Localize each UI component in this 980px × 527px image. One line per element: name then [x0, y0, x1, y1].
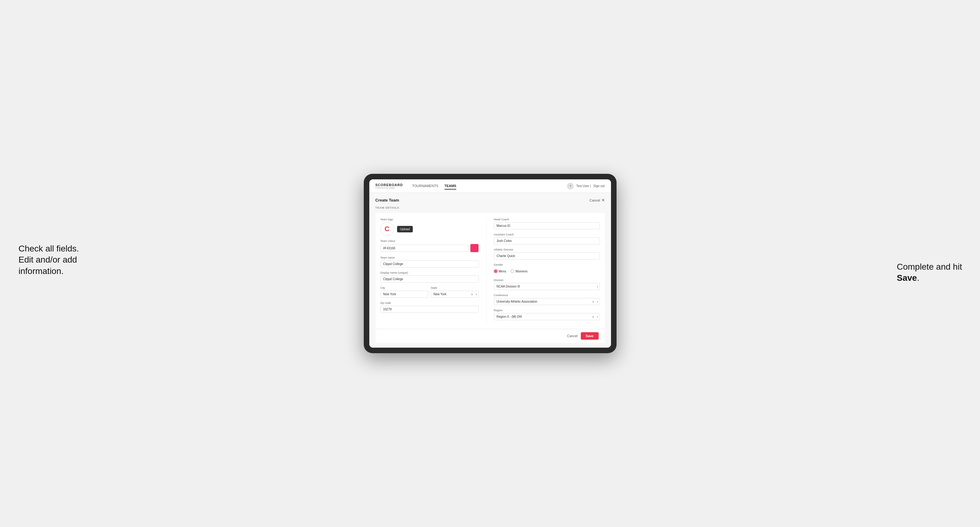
gender-mens-option[interactable]: Mens	[494, 269, 506, 273]
team-name-input[interactable]	[380, 260, 479, 268]
form-right: Head Coach Assistant Coach Athletic Dire…	[494, 218, 600, 324]
conference-select[interactable]: University Athletic Association	[494, 298, 600, 305]
form-footer: Cancel Save	[375, 329, 605, 343]
gender-radio-group: Mens Womens	[494, 268, 600, 275]
nav-logo: SCOREBOARD Powered by clippt	[375, 183, 403, 189]
nav-teams[interactable]: TEAMS	[444, 183, 457, 189]
team-name-label: Team name	[380, 256, 479, 259]
city-input[interactable]	[380, 290, 428, 298]
mens-label: Mens	[499, 270, 506, 273]
header-cancel-button[interactable]: Cancel ✕	[589, 198, 605, 203]
city-group: City	[380, 286, 428, 298]
upload-button[interactable]: Upload	[397, 226, 413, 232]
assistant-coach-label: Assistant Coach	[494, 233, 600, 236]
state-select-wrapper: New York ✕ ▾	[431, 290, 479, 298]
region-select[interactable]: Region II - (M) DIII	[494, 313, 600, 320]
tablet-frame: SCOREBOARD Powered by clippt TOURNAMENTS…	[364, 174, 617, 353]
form-left: Team logo C Upload Team colo	[380, 218, 487, 324]
footer-save-button[interactable]: Save	[581, 332, 599, 340]
state-clear-icon[interactable]: ✕	[471, 292, 473, 296]
team-logo-group: Team logo C Upload	[380, 218, 479, 236]
state-label: State	[431, 286, 479, 289]
mens-radio-dot[interactable]	[494, 269, 498, 273]
form-panel: Team logo C Upload Team colo	[375, 213, 605, 329]
team-logo-label: Team logo	[380, 218, 479, 221]
division-group: Division NCAA Division III ▾	[494, 279, 600, 290]
page-title: Create Team	[375, 198, 399, 203]
nav-right: T Test User | Sign out	[567, 183, 605, 189]
city-state-row: City State New York ✕	[380, 286, 479, 298]
left-instruction: Check all fields. Edit and/or add inform…	[19, 243, 86, 277]
display-name-label: Display name (unique)	[380, 271, 479, 274]
logo-circle: C	[380, 222, 394, 236]
display-name-input[interactable]	[380, 276, 479, 283]
right-instruction: Complete and hit Save.	[897, 261, 964, 284]
logo-area: C Upload	[380, 222, 479, 236]
head-coach-input[interactable]	[494, 222, 600, 229]
conference-clear-icon[interactable]: ✕	[592, 300, 594, 303]
region-label: Region	[494, 309, 600, 312]
section-header: TEAM DETAILS	[375, 206, 605, 209]
athletic-director-label: Athletic Director	[494, 248, 600, 251]
nav-links: TOURNAMENTS TEAMS	[412, 183, 567, 189]
form-grid: Team logo C Upload Team colo	[380, 218, 600, 324]
gender-label: Gender	[494, 263, 600, 266]
team-name-group: Team name	[380, 256, 479, 268]
zip-label: Zip code	[380, 302, 479, 305]
head-coach-label: Head Coach	[494, 218, 600, 221]
nav-tournaments[interactable]: TOURNAMENTS	[412, 183, 438, 189]
team-colour-label: Team colour	[380, 240, 479, 243]
zip-group: Zip code	[380, 302, 479, 313]
region-select-wrapper: Region II - (M) DIII ✕ ▾	[494, 313, 600, 320]
page-header: Create Team Cancel ✕	[375, 198, 605, 203]
gender-group: Gender Mens Womens	[494, 263, 600, 275]
display-name-group: Display name (unique)	[380, 271, 479, 283]
avatar: T	[567, 183, 574, 189]
head-coach-group: Head Coach	[494, 218, 600, 229]
athletic-director-input[interactable]	[494, 252, 600, 259]
state-group: State New York ✕ ▾	[431, 286, 479, 298]
cancel-x-icon: ✕	[601, 198, 605, 203]
region-group: Region Region II - (M) DIII ✕ ▾	[494, 309, 600, 320]
division-dropdown: NCAA Division III ▾	[494, 283, 600, 290]
assistant-coach-input[interactable]	[494, 237, 600, 244]
navbar: SCOREBOARD Powered by clippt TOURNAMENTS…	[369, 179, 611, 193]
region-clear-icon[interactable]: ✕	[592, 315, 594, 318]
athletic-director-group: Athletic Director	[494, 248, 600, 259]
conference-select-wrapper: University Athletic Association ✕ ▾	[494, 298, 600, 305]
footer-cancel-button[interactable]: Cancel	[567, 334, 578, 338]
gender-womens-option[interactable]: Womens	[511, 269, 527, 273]
assistant-coach-group: Assistant Coach	[494, 233, 600, 244]
conference-label: Conference	[494, 294, 600, 297]
color-swatch[interactable]	[470, 244, 479, 252]
womens-label: Womens	[515, 270, 527, 273]
city-label: City	[380, 286, 428, 289]
division-label: Division	[494, 279, 600, 282]
nav-user-label: Test User |	[576, 184, 591, 188]
womens-radio-dot[interactable]	[511, 269, 514, 273]
team-colour-input[interactable]	[380, 245, 468, 252]
conference-group: Conference University Athletic Associati…	[494, 294, 600, 305]
tablet-screen: SCOREBOARD Powered by clippt TOURNAMENTS…	[369, 179, 611, 348]
color-field-wrapper	[380, 244, 479, 252]
page-wrapper: Check all fields. Edit and/or add inform…	[12, 174, 968, 353]
zip-input[interactable]	[380, 306, 479, 313]
main-content: Create Team Cancel ✕ TEAM DETAILS	[369, 193, 611, 348]
division-select[interactable]: NCAA Division III	[494, 283, 600, 290]
logo-letter: C	[385, 225, 390, 233]
nav-signout[interactable]: Sign out	[593, 184, 605, 188]
team-colour-group: Team colour	[380, 240, 479, 252]
